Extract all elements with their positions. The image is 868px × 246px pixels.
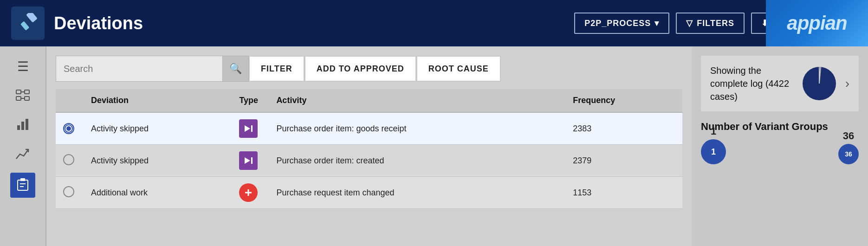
appian-logo: appian [766, 0, 868, 46]
type-cell [232, 112, 269, 145]
process-diagram-icon [15, 87, 30, 102]
deviation-cell: Activity skipped [84, 145, 232, 177]
tasks-icon [15, 176, 30, 191]
table-row[interactable]: Activity skippedPurchase order item: cre… [56, 145, 682, 177]
variant-bar-row: 1 1 36 36 [701, 136, 859, 164]
col-deviation: Deviation [84, 89, 232, 112]
svg-rect-16 [251, 125, 253, 132]
deviations-table: Deviation Type Activity Frequency Activi… [56, 89, 682, 209]
svg-rect-18 [251, 157, 253, 164]
trend-chart-icon [15, 147, 30, 162]
table-row[interactable]: Additional workPurchase request item cha… [56, 177, 682, 209]
type-cell [232, 145, 269, 177]
activity-cell: Purchase request item changed [269, 177, 565, 209]
col-type: Type [232, 89, 269, 112]
svg-rect-3 [25, 90, 29, 94]
add-to-approved-btn[interactable]: ADD TO APPROVED [304, 56, 416, 82]
search-input[interactable] [56, 64, 222, 74]
log-card-chevron[interactable]: › [845, 76, 849, 91]
type-icon [239, 151, 258, 170]
sidebar-item-list[interactable]: ☰ [10, 54, 35, 79]
svg-rect-5 [25, 97, 29, 100]
search-button[interactable]: 🔍 [223, 56, 249, 82]
variant-num-2: 36 [843, 130, 854, 142]
svg-rect-11 [18, 180, 28, 190]
variant-groups-section: Number of Variant Groups 1 1 36 36 [701, 121, 859, 164]
log-text: Showing the complete log (4422 cases) [710, 64, 793, 103]
process-dropdown-btn[interactable]: P2P_PROCESS ▾ [574, 13, 669, 34]
hammer-icon [18, 13, 38, 33]
radio-cell [56, 177, 84, 209]
filter-btn[interactable]: FILTER [249, 56, 304, 82]
radio-button[interactable] [63, 154, 74, 165]
frequency-cell: 2383 [565, 112, 682, 145]
variant-num-1: 1 [711, 125, 716, 137]
table-row[interactable]: Activity skippedPurchase order item: goo… [56, 112, 682, 145]
radio-inner [65, 125, 72, 132]
bar-chart-icon [15, 117, 30, 132]
search-box [56, 56, 223, 82]
root-cause-btn[interactable]: ROOT CAUSE [416, 56, 501, 82]
type-icon [239, 119, 258, 138]
type-icon [239, 183, 258, 202]
app-header: Deviations P2P_PROCESS ▾ ▽ FILTERS ⬇ EXP… [0, 0, 868, 46]
radio-cell [56, 145, 84, 177]
logo-box [11, 6, 45, 40]
svg-rect-2 [16, 90, 21, 94]
variant-col-1: 1 1 [701, 125, 726, 164]
table-header-row: Deviation Type Activity Frequency [56, 89, 682, 112]
activity-cell: Purchase order item: created [269, 145, 565, 177]
sidebar-item-tasks[interactable] [10, 173, 35, 198]
frequency-cell: 2379 [565, 145, 682, 177]
variant-col-2: 36 36 [838, 130, 859, 164]
deviation-cell: Activity skipped [84, 112, 232, 145]
stats-icon [15, 117, 30, 135]
svg-rect-9 [21, 122, 24, 130]
radio-button[interactable] [63, 123, 74, 134]
svg-rect-1 [26, 13, 38, 23]
toolbar: 🔍 FILTER ADD TO APPROVED ROOT CAUSE [56, 56, 682, 82]
log-pie-chart [801, 65, 838, 102]
main-layout: ☰ [0, 46, 868, 246]
frequency-cell: 1153 [565, 177, 682, 209]
radio-cell [56, 112, 84, 145]
col-activity: Activity [269, 89, 565, 112]
variant-bubble-2[interactable]: 36 [838, 144, 859, 164]
sidebar-item-stats[interactable] [10, 113, 35, 138]
sidebar-item-diagram[interactable] [10, 84, 35, 109]
trend-icon [15, 147, 30, 165]
list-icon: ☰ [17, 59, 29, 74]
variant-bubble-1[interactable]: 1 [701, 139, 726, 164]
deviation-cell: Additional work [84, 177, 232, 209]
page-title: Deviations [54, 13, 143, 33]
svg-rect-4 [16, 97, 21, 100]
log-card: Showing the complete log (4422 cases) › [701, 56, 859, 111]
clipboard-icon [15, 176, 30, 194]
svg-rect-12 [20, 178, 25, 181]
svg-rect-0 [20, 21, 29, 31]
content-area: 🔍 FILTER ADD TO APPROVED ROOT CAUSE Devi… [46, 46, 692, 246]
type-cell [232, 177, 269, 209]
radio-button[interactable] [63, 186, 74, 197]
chevron-down-icon: ▾ [654, 18, 659, 28]
sidebar: ☰ [0, 46, 46, 246]
right-panel: Showing the complete log (4422 cases) › … [692, 46, 868, 246]
svg-rect-8 [17, 125, 20, 130]
diagram-icon [15, 87, 30, 105]
filters-btn[interactable]: ▽ FILTERS [676, 13, 745, 34]
filter-icon: ▽ [686, 18, 693, 28]
sidebar-item-trend[interactable] [10, 143, 35, 168]
svg-marker-17 [245, 157, 250, 164]
activity-cell: Purchase order item: goods receipt [269, 112, 565, 145]
search-icon: 🔍 [229, 63, 242, 75]
svg-rect-10 [26, 119, 28, 130]
col-select [56, 89, 84, 112]
col-frequency: Frequency [565, 89, 682, 112]
svg-marker-15 [245, 125, 250, 132]
